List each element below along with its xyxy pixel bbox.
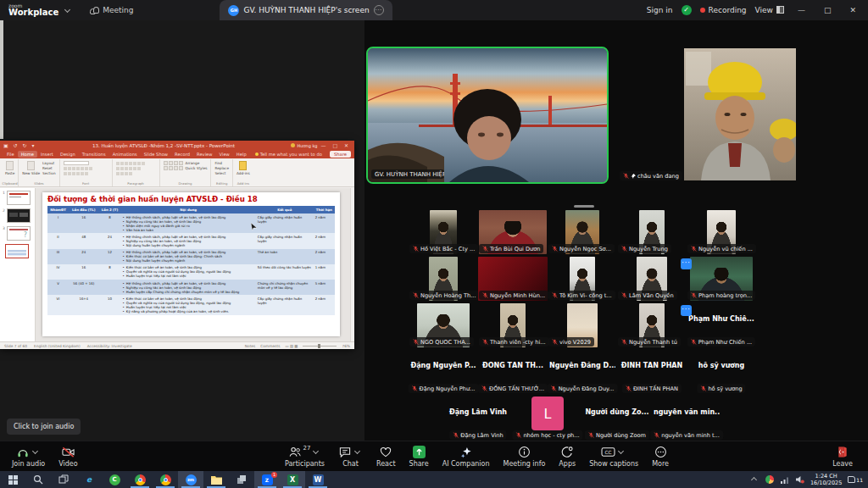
taskbar-chrome-2[interactable] (153, 471, 178, 488)
ppt-share-button[interactable]: Share (330, 151, 351, 158)
taskbar-coccoc[interactable]: C (102, 471, 127, 488)
close-button[interactable]: ✕ (844, 6, 861, 14)
tab-meeting[interactable]: Meeting (81, 0, 142, 20)
participant-tile[interactable]: Người dùng Zo...Người dùng Zoom (582, 396, 652, 441)
participant-tile[interactable]: Phạm hoàng trọn... (687, 257, 756, 301)
comments-button[interactable]: Comments (260, 344, 280, 348)
participant-tile[interactable]: ĐINH TẤN PHANĐINH TẤN PHAN (617, 350, 687, 394)
share-screen-button[interactable]: Share (403, 441, 436, 472)
captions-chevron-icon[interactable] (618, 447, 624, 453)
participant-tile[interactable]: NGO QUOC THA... (409, 303, 478, 347)
participant-tile[interactable]: Hồ Việt Bắc - Cty ... (409, 210, 478, 254)
join-audio-chevron-icon[interactable] (32, 447, 38, 453)
video-button[interactable]: Video (52, 441, 84, 472)
leave-button[interactable]: Leave (826, 441, 860, 472)
ppt-menu-slide-show[interactable]: Slide Show (141, 151, 171, 158)
tray-chevron-icon[interactable] (751, 477, 757, 483)
meeting-info-button[interactable]: Meeting info (497, 441, 553, 472)
ppt-menu-transitions[interactable]: Transitions (79, 151, 109, 158)
antivirus-tray-icon[interactable] (765, 475, 774, 484)
taskbar-excel[interactable]: X (280, 471, 305, 488)
ppt-menu-file[interactable]: File (3, 151, 18, 158)
participant-tile[interactable]: Tô Kim Vi- công t... (548, 257, 617, 301)
network-tray-icon[interactable] (780, 476, 789, 484)
security-shield-icon[interactable]: ✓ (682, 5, 692, 15)
ppt-account[interactable]: Hương kg (291, 143, 317, 148)
gallery-drag-handle[interactable] (574, 205, 594, 208)
quick-styles-button[interactable]: Quick Styles (186, 166, 208, 170)
participant-tile[interactable]: Nguyễn Minh Hùn... (478, 257, 548, 301)
participant-tile[interactable]: hồ sỹ vươnghồ sỹ vương (687, 350, 756, 394)
participant-tile[interactable]: Đặng Lâm VinhĐặng Lâm Vinh (443, 396, 513, 441)
participant-tile[interactable]: Nguyễn Hoàng Th... (409, 257, 478, 301)
ppt-menu-insert[interactable]: Insert (37, 151, 57, 158)
slide-number-status[interactable]: Slide 7 of 60 (4, 344, 27, 348)
taskbar-chrome-1[interactable] (127, 471, 153, 488)
join-audio-button[interactable]: Join audio (5, 441, 52, 472)
view-button[interactable]: View (755, 6, 784, 14)
maximize-button[interactable]: □ (819, 6, 837, 14)
speaker-video-tile[interactable]: GV. HUỲNH THANH HIỆP (366, 47, 609, 184)
ppt-menu-view[interactable]: View (216, 151, 233, 158)
addins-button[interactable]: Add-ins (236, 161, 250, 175)
ppt-tellme[interactable]: Tell me what you want to do (255, 152, 322, 157)
ai-companion-button[interactable]: AI Companion (436, 441, 497, 472)
new-slide-button[interactable]: New Slide (22, 161, 40, 175)
participant-tile[interactable]: ···Lâm Văn Quyền (617, 257, 687, 301)
participants-chevron-icon[interactable] (313, 447, 319, 453)
replace-button[interactable]: Replace (214, 166, 229, 170)
slide-thumbnail[interactable]: 1 (3, 191, 33, 205)
view-buttons[interactable]: ▭ ▤ ▦ (286, 344, 298, 348)
reset-button[interactable]: Reset (42, 166, 56, 170)
accessibility-status[interactable]: Accessibility: Investigate (87, 344, 132, 348)
taskbar-edge[interactable]: e (76, 471, 102, 488)
current-slide[interactable]: Đối tượng & thời gian huấn luyện ATVSLĐ … (42, 192, 340, 336)
ppt-menu-review[interactable]: Review (193, 151, 216, 158)
show-captions-button[interactable]: CC Show captions (582, 441, 645, 472)
paste-button[interactable]: Paste (5, 161, 14, 175)
more-button[interactable]: More (645, 441, 676, 472)
taskbar-zalo[interactable]: Z1 (254, 471, 280, 488)
slide-thumbnail[interactable]: 3 ? (3, 226, 33, 241)
volume-tray-icon[interactable] (795, 475, 804, 484)
section-button[interactable]: Section (42, 171, 56, 175)
workspace-chevron-icon[interactable] (64, 6, 70, 12)
apps-button[interactable]: Apps (552, 441, 582, 472)
ppt-menu-home[interactable]: Home (18, 151, 37, 158)
font-name-combobox[interactable] (64, 161, 89, 165)
participant-tile[interactable]: vivo V2029 (548, 303, 617, 347)
shapes-gallery[interactable] (164, 161, 183, 170)
tile-more-button[interactable]: ··· (681, 258, 692, 269)
participant-tile[interactable]: ĐỒNG TẤN TH...ĐỒNG TẤN THƯỞ... (478, 350, 548, 394)
participant-tile[interactable]: Thanh viên -cty hi... (478, 303, 548, 347)
arrange-button[interactable]: Arrange (186, 161, 208, 165)
ppt-scrollbar[interactable] (350, 188, 354, 341)
chat-chevron-icon[interactable] (354, 447, 360, 453)
participant-tile[interactable]: Nguyễn Ngọc Sơ... (548, 210, 617, 254)
ppt-window-controls[interactable]: — □ ✕ (320, 142, 351, 148)
taskbar-zoom[interactable]: zm (178, 471, 203, 488)
participants-button[interactable]: 27 Participants (278, 441, 331, 472)
slide-thumbnail-selected[interactable] (3, 244, 33, 258)
pinned-video-tile[interactable]: châu văn đang (616, 47, 864, 182)
participant-tile[interactable]: Phạm Như Chiế...Phạm Như Chiến ... (687, 303, 756, 347)
participant-tile[interactable]: Nguyễn Trung (617, 210, 687, 254)
ppt-menu-animations[interactable]: Animations (109, 151, 141, 158)
task-view-button[interactable] (51, 471, 76, 488)
taskbar-clock[interactable]: 1:24 CH 16/10/2025 (810, 473, 842, 487)
taskbar-word[interactable]: W (305, 471, 331, 488)
minimize-button[interactable]: — (793, 6, 810, 14)
chat-button[interactable]: Chat (331, 441, 370, 472)
participant-tile[interactable]: ···Nguyễn Thanh tú (617, 303, 687, 347)
tab-shared-screen[interactable]: GH GV. HUỲNH THANH HIỆP's screen ··· (220, 0, 392, 20)
notes-button[interactable]: Notes (245, 344, 255, 348)
taskbar-app[interactable] (229, 471, 254, 488)
participant-tile[interactable]: Đặng Nguyễn P...Đặng Nguyễn Phư... (409, 350, 478, 394)
taskbar-search[interactable] (25, 471, 51, 488)
recording-indicator[interactable]: Recording (700, 6, 747, 14)
select-button[interactable]: Select (214, 171, 229, 175)
zoom-percent[interactable]: 76% (342, 344, 350, 348)
start-button[interactable] (0, 471, 25, 488)
ppt-menu-design[interactable]: Design (57, 151, 79, 158)
participant-tile[interactable]: Lnhóm học - cty ph... (513, 396, 582, 441)
